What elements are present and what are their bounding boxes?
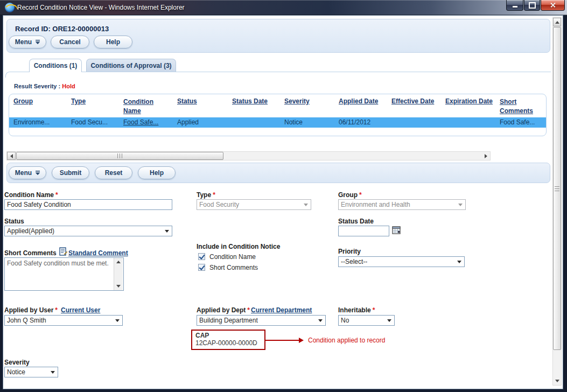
cell-applied-date: 06/11/2012 (339, 118, 370, 126)
column-header-status[interactable]: Status (177, 97, 197, 105)
chevron-down-icon (304, 204, 308, 206)
cap-number[interactable]: 12CAP-00000-0000D (195, 339, 261, 347)
record-header-panel (6, 19, 550, 53)
window-controls (506, 0, 565, 11)
chevron-down-icon (115, 319, 120, 322)
scroll-up-button[interactable] (553, 18, 561, 26)
conditions-table: Group Type Condition Name Status Status … (9, 94, 547, 136)
column-header-group[interactable]: Group (13, 97, 33, 105)
grip-icon (555, 186, 559, 191)
column-header-effective-date[interactable]: Effective Date (391, 97, 434, 105)
annotation-text: Condition applied to record (308, 337, 385, 344)
window-title: Record Condition Notice View - Windows I… (17, 4, 185, 11)
current-department-link[interactable]: Current Department (251, 306, 312, 314)
annotation-arrow-head-icon (299, 338, 304, 343)
severity-label: Severity (4, 359, 30, 366)
severity-select[interactable]: Notice (4, 367, 58, 377)
column-header-type[interactable]: Type (71, 97, 86, 105)
cell-type: Food Secu... (71, 118, 108, 126)
title-bar: Record Condition Notice View - Windows I… (0, 0, 567, 15)
inheritable-select[interactable]: No (338, 315, 395, 326)
condition-name-checkbox-label: Condition Name (209, 253, 256, 261)
result-severity-value: Hold (62, 83, 75, 89)
record-id: Record ID: ORE12-00000013 (15, 25, 109, 33)
maximize-button[interactable] (524, 0, 540, 11)
short-comments-checkbox-label: Short Comments (209, 264, 258, 271)
cap-title: CAP (195, 332, 261, 339)
applied-by-dept-label: Applied by Dept* (197, 306, 250, 314)
vertical-scrollbar[interactable] (552, 17, 562, 386)
scroll-up-icon[interactable] (116, 261, 121, 263)
priority-label: Priority (338, 248, 361, 255)
minimize-button[interactable] (506, 0, 523, 11)
required-asterisk: * (247, 306, 250, 314)
maximize-icon (529, 2, 536, 9)
reset-button[interactable]: Reset (95, 166, 132, 179)
calendar-icon[interactable] (392, 226, 402, 235)
cancel-button[interactable]: Cancel (51, 36, 89, 48)
textarea-scrollbar[interactable] (114, 258, 123, 290)
status-label: Status (4, 218, 24, 225)
cell-severity: Notice (284, 118, 303, 126)
status-date-input[interactable] (338, 226, 389, 236)
standard-comment-link[interactable]: Standard Comment (68, 249, 128, 257)
chevron-down-icon (318, 319, 323, 322)
scroll-down-button[interactable] (553, 376, 561, 385)
chevron-down-icon (165, 230, 169, 233)
tab-conditions-of-approval[interactable]: Conditions of Approval (3) (86, 59, 176, 72)
condition-name-input[interactable] (4, 199, 172, 210)
priority-select[interactable]: --Select-- (338, 256, 465, 267)
required-asterisk: * (359, 191, 362, 199)
condition-name-checkbox[interactable] (198, 253, 205, 260)
result-severity: Result Severity : Hold (14, 83, 75, 89)
annotation-arrow-line (265, 340, 299, 341)
chevron-down-icon (51, 371, 55, 374)
horizontal-scrollbar[interactable] (6, 151, 491, 160)
tab-conditions[interactable]: Conditions (1) (29, 59, 82, 72)
group-select: Environment and Health (338, 199, 466, 210)
submit-button[interactable]: Submit (52, 166, 89, 179)
short-comments-textarea[interactable]: Food Safety condition must be met. (4, 257, 124, 291)
scroll-right-button[interactable] (481, 152, 490, 160)
scroll-left-button[interactable] (7, 152, 16, 160)
column-header-severity[interactable]: Severity (284, 97, 310, 105)
tab-panel-edge (5, 72, 551, 78)
form-help-button[interactable]: Help (138, 166, 176, 179)
status-date-label: Status Date (338, 218, 374, 225)
column-header-status-date[interactable]: Status Date (232, 97, 268, 105)
close-button[interactable] (541, 0, 565, 11)
column-header-short-comments[interactable]: Short Comments (500, 97, 543, 116)
scroll-right-icon (485, 154, 487, 158)
cell-group: Environme... (13, 118, 50, 126)
browser-window: Record Condition Notice View - Windows I… (0, 0, 567, 392)
column-header-applied-date[interactable]: Applied Date (339, 97, 378, 105)
menu-button[interactable]: Menu (9, 36, 46, 48)
scroll-up-icon (555, 21, 559, 24)
status-select[interactable]: Applied(Applied) (4, 226, 172, 236)
scroll-down-icon (555, 380, 559, 382)
standard-comment-icon[interactable] (59, 247, 67, 256)
grip-icon (117, 153, 122, 158)
vertical-scroll-thumb[interactable] (553, 27, 561, 350)
required-asterisk: * (373, 306, 375, 314)
include-in-condition-notice-label: Include in Condition Notice (197, 243, 280, 250)
current-user-link[interactable]: Current User (61, 306, 100, 314)
column-header-condition-name[interactable]: Condition Name (123, 97, 166, 116)
applied-by-user-label: Applied by User* (4, 306, 58, 314)
cell-condition-name-link[interactable]: Food Safe... (123, 118, 158, 126)
help-button[interactable]: Help (94, 36, 132, 48)
horizontal-scroll-thumb[interactable] (16, 152, 223, 160)
scroll-down-icon[interactable] (116, 285, 121, 288)
cap-callout-box: CAP 12CAP-00000-0000D (191, 330, 265, 350)
short-comments-label: Short Comments (4, 249, 57, 257)
menu-dropdown-icon (36, 171, 40, 175)
inheritable-label: Inheritable* (338, 306, 375, 314)
form-menu-button[interactable]: Menu (9, 166, 46, 179)
type-label: Type* (197, 191, 215, 199)
applied-by-dept-select[interactable]: Building Department (197, 315, 326, 326)
cell-short-comments: Food Safe... (500, 118, 535, 126)
applied-by-user-select[interactable]: John Q Smith (4, 315, 123, 326)
column-header-expiration-date[interactable]: Expiration Date (445, 97, 493, 105)
group-label: Group* (338, 191, 362, 199)
short-comments-checkbox[interactable] (198, 264, 205, 271)
